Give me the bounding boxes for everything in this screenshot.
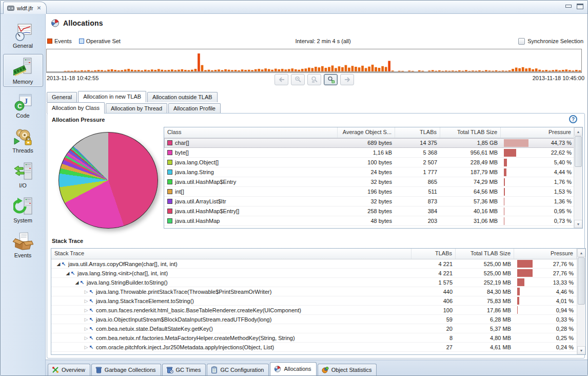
stack-trace-row[interactable]: ◢↖java.lang.StringBuilder.toString()1 57… bbox=[51, 278, 585, 287]
tree-expand-icon[interactable]: ▷ bbox=[83, 308, 89, 313]
class-row[interactable] bbox=[164, 226, 582, 228]
scroll-down-icon[interactable]: ▼ bbox=[574, 220, 582, 228]
tab-allocation-outside-tlab[interactable]: Allocation outside TLAB bbox=[147, 92, 218, 102]
tab-gc-times[interactable]: GC Times bbox=[162, 364, 206, 375]
sidebar-item-label: Code bbox=[4, 112, 43, 119]
scroll-down-icon[interactable]: ▼ bbox=[577, 346, 585, 354]
class-color-swatch bbox=[167, 209, 172, 214]
timeline-chart[interactable] bbox=[46, 49, 582, 73]
allocations-page: Allocations Events Operative Set Interva… bbox=[46, 14, 587, 375]
sidebar-item-code[interactable]: J C Code bbox=[3, 90, 43, 121]
scrollbar-thumb[interactable] bbox=[578, 257, 585, 305]
column-header-pressure[interactable]: Pressure bbox=[514, 249, 577, 259]
scroll-up-icon[interactable]: ▲ bbox=[574, 127, 582, 136]
pressure-bar bbox=[517, 269, 533, 277]
tab-allocation-by-thread[interactable]: Allocation by Thread bbox=[106, 103, 167, 114]
zoom-selection-button[interactable] bbox=[307, 74, 321, 85]
stack-trace-row[interactable]: ▷↖com.oracle.pitchfork.inject.Jsr250Meta… bbox=[51, 343, 585, 352]
class-row[interactable]: java.util.HashMap$Entry[]258 bytes38440,… bbox=[164, 206, 582, 216]
tree-expand-icon[interactable]: ▷ bbox=[83, 335, 89, 341]
column-header-total-tlab-size[interactable]: Total TLAB Size bbox=[456, 249, 514, 259]
tab-garbage-collections[interactable]: Garbage Collections bbox=[91, 364, 161, 375]
help-icon[interactable]: ? bbox=[569, 115, 577, 123]
maximize-icon[interactable] bbox=[577, 4, 583, 9]
column-header-stack-trace[interactable]: Stack Trace bbox=[51, 249, 411, 259]
class-row[interactable]: byte[]1,16 kB5 368956,61 MB22,62 % bbox=[164, 148, 582, 158]
arrow-right-icon bbox=[344, 76, 351, 83]
zoom-out-icon bbox=[295, 76, 302, 83]
minimize-icon[interactable] bbox=[565, 4, 572, 9]
class-table: ClassAverage Object S...TLABsTotal TLAB … bbox=[164, 127, 583, 229]
class-row[interactable]: java.util.HashMap$Entry32 bytes86574,29 … bbox=[164, 177, 582, 187]
tree-expand-icon[interactable]: ▷ bbox=[83, 317, 89, 322]
stack-frame-icon: ↖ bbox=[62, 261, 68, 267]
allocation-pie-chart[interactable] bbox=[58, 132, 158, 229]
zoom-out-button[interactable] bbox=[291, 74, 305, 85]
svg-text:J: J bbox=[24, 98, 28, 105]
tree-expand-icon[interactable]: ▷ bbox=[83, 289, 89, 294]
editor-tab-wldf[interactable]: wldf.jfr ✕ bbox=[3, 2, 47, 14]
stack-trace-row[interactable]: ◢↖java.util.Arrays.copyOfRange(char[], i… bbox=[51, 259, 585, 269]
flight-recording-icon bbox=[7, 6, 14, 11]
column-header-pressure[interactable]: Pressure bbox=[501, 127, 575, 138]
tab-object-statistics[interactable]: Object Statistics bbox=[318, 364, 377, 375]
stack-trace-row[interactable]: ▷↖com.sun.faces.renderkit.html_basic.Bas… bbox=[51, 306, 585, 315]
class-row[interactable]: java.util.HashMap48 bytes20331,06 MB0,73… bbox=[164, 216, 582, 226]
class-row[interactable]: java.lang.String24 bytes1 777187,79 MB4,… bbox=[164, 167, 582, 177]
tab-overview[interactable]: Overview bbox=[48, 364, 90, 375]
column-header-total-tlab-size[interactable]: Total TLAB Size bbox=[440, 127, 501, 138]
class-row[interactable]: int[]196 bytes51164,56 MB1,53 % bbox=[164, 187, 582, 197]
sidebar-item-general[interactable]: General bbox=[3, 20, 43, 51]
sidebar-item-events[interactable]: Events bbox=[3, 229, 43, 260]
synchronize-checkbox[interactable] bbox=[518, 38, 525, 45]
zoom-in-button[interactable] bbox=[324, 74, 338, 85]
stack-trace-row[interactable]: ▷↖java.lang.StackTraceElement.toString()… bbox=[51, 296, 585, 306]
stack-table-header: Stack TraceTLABsTotal TLAB SizePressure bbox=[51, 249, 585, 259]
tree-collapse-icon[interactable]: ◢ bbox=[65, 271, 71, 276]
stack-trace-row[interactable]: ▷↖java.io.ObjectInputStream$BlockDataInp… bbox=[51, 315, 585, 324]
close-icon[interactable]: ✕ bbox=[37, 5, 41, 11]
column-header-class[interactable]: Class bbox=[164, 127, 338, 138]
sidebar-item-io[interactable]: I/O bbox=[3, 159, 43, 191]
tab-allocation-profile[interactable]: Allocation Profile bbox=[168, 103, 221, 114]
allocation-by-class-pane: Allocation Pressure ? ClassAverage Objec… bbox=[47, 113, 585, 359]
sidebar-item-label: Memory bbox=[4, 79, 43, 85]
sidebar-item-memory[interactable]: Memory bbox=[3, 54, 43, 87]
stack-table-scrollbar[interactable]: ▲ ▼ bbox=[577, 249, 585, 354]
tab-allocation-in-new-tlab[interactable]: Allocation in new TLAB bbox=[78, 91, 146, 102]
sidebar-item-system[interactable]: System bbox=[3, 194, 43, 225]
tree-expand-icon[interactable]: ▷ bbox=[83, 326, 89, 331]
synchronize-selection[interactable]: Synchronize Selection bbox=[518, 38, 583, 45]
scroll-up-icon[interactable]: ▲ bbox=[577, 249, 585, 257]
tree-collapse-icon[interactable]: ◢ bbox=[74, 280, 80, 285]
events-icon bbox=[13, 232, 33, 251]
sidebar-item-threads[interactable]: Threads bbox=[3, 124, 43, 156]
tab-allocation-by-class[interactable]: Allocation by Class bbox=[47, 102, 105, 114]
column-header-tlabs[interactable]: TLABs bbox=[395, 127, 440, 138]
stack-trace-row[interactable]: ▷↖java.lang.Throwable.printStackTrace(Th… bbox=[51, 287, 585, 296]
tree-collapse-icon[interactable]: ◢ bbox=[55, 261, 62, 267]
overview-icon bbox=[52, 366, 59, 373]
tab-gc-configuration[interactable]: GC Configuration bbox=[207, 364, 269, 375]
class-table-header: ClassAverage Object S...TLABsTotal TLAB … bbox=[164, 127, 582, 138]
column-header-tlabs[interactable]: TLABs bbox=[411, 249, 456, 259]
scrollbar-thumb[interactable] bbox=[575, 136, 582, 167]
tab-label: Allocations bbox=[284, 366, 311, 372]
pan-left-button[interactable] bbox=[275, 74, 288, 85]
class-row[interactable]: char[]689 bytes14 3751,85 GB44,73 % bbox=[164, 138, 582, 148]
tree-expand-icon[interactable]: ▷ bbox=[83, 345, 89, 350]
tab-label: GC Times bbox=[176, 367, 201, 373]
pan-right-button[interactable] bbox=[340, 74, 354, 85]
class-row[interactable]: java.util.ArrayList$Itr32 bytes87357,36 … bbox=[164, 197, 582, 206]
class-row[interactable]: java.lang.Object[]100 bytes2 507228,49 M… bbox=[164, 158, 582, 167]
stack-frame-method: com.oracle.pitchfork.inject.Jsr250Metada… bbox=[96, 344, 274, 350]
stack-frame-method: java.io.ObjectInputStream$BlockDataInput… bbox=[96, 316, 271, 323]
stack-trace-row[interactable]: ◢↖java.lang.String.<init>(char[], int, i… bbox=[51, 269, 585, 278]
stack-trace-row[interactable]: ▷↖com.bea.netuix.nf.factories.MetaFactor… bbox=[51, 333, 585, 343]
class-table-scrollbar[interactable]: ▲ ▼ bbox=[574, 127, 582, 228]
tab-general[interactable]: General bbox=[47, 92, 77, 102]
column-header-average-object-s-[interactable]: Average Object S... bbox=[338, 127, 395, 138]
stack-trace-row[interactable]: ▷↖com.bea.netuix.state.DefaultStateKey.g… bbox=[51, 324, 585, 333]
tab-allocations[interactable]: Allocations bbox=[270, 362, 316, 375]
tree-expand-icon[interactable]: ▷ bbox=[83, 298, 89, 304]
